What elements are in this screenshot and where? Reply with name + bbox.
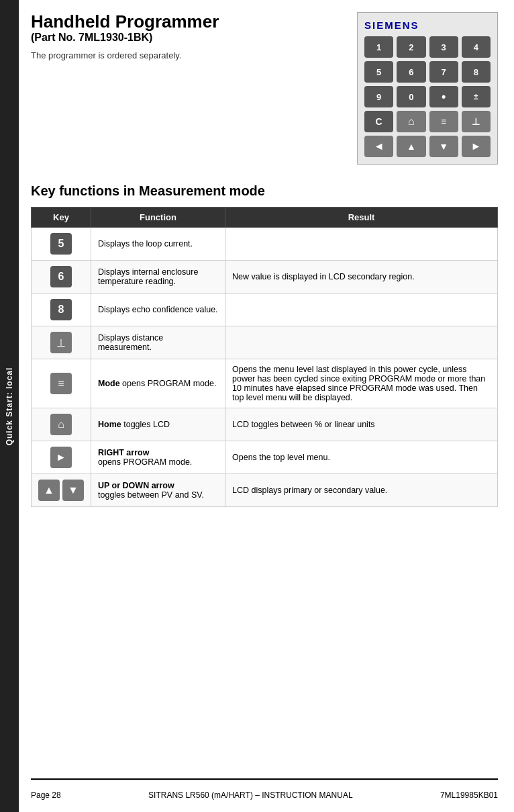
table-row: 8 Displays echo confidence value. xyxy=(32,294,498,326)
footer-right: 7ML19985KB01 xyxy=(440,791,498,800)
result-cell-updown: LCD displays primary or secondary value. xyxy=(225,474,498,507)
part-number: (Part No. 7ML1930-1BK) xyxy=(31,32,344,44)
key-dot[interactable]: • xyxy=(429,86,458,107)
page-title: Handheld Programmer xyxy=(31,12,344,32)
key-icon-down: ▼ xyxy=(62,480,84,501)
func-bold-home: Home xyxy=(98,420,121,429)
func-text-sensor: Displays distance measurement. xyxy=(98,333,163,352)
result-text-mode: Opens the menu level last displayed in t… xyxy=(232,365,485,402)
functions-table: Key Function Result 5 Displays the loop … xyxy=(31,207,498,507)
func-cell-right: RIGHT arrow opens PROGRAM mode. xyxy=(91,441,225,474)
result-cell-6: New value is displayed in LCD secondary … xyxy=(225,261,498,294)
result-cell-5 xyxy=(225,228,498,261)
result-cell-8 xyxy=(225,294,498,326)
func-cell-updown: UP or DOWN arrow toggles between PV and … xyxy=(91,474,225,507)
result-cell-mode: Opens the menu level last displayed in t… xyxy=(225,359,498,408)
key-cell-updown: ▲ ▼ xyxy=(32,474,91,507)
func-rest-home: toggles LCD xyxy=(121,420,170,429)
key-sensor[interactable]: ⊥ xyxy=(462,111,491,132)
table-row: ▲ ▼ UP or DOWN arrow toggles between PV … xyxy=(32,474,498,507)
func-cell-home: Home toggles LCD xyxy=(91,408,225,441)
key-cell-8: 8 xyxy=(32,294,91,326)
key-icon-home: ⌂ xyxy=(50,414,72,435)
key-c[interactable]: C xyxy=(364,111,393,132)
key-cell-5: 5 xyxy=(32,228,91,261)
side-tab-label: Quick Start: local xyxy=(5,367,14,445)
result-cell-sensor xyxy=(225,326,498,359)
func-rest-mode: opens PROGRAM mode. xyxy=(120,379,217,388)
key-plusminus[interactable]: ± xyxy=(462,86,491,107)
key-number-5: 5 xyxy=(50,233,72,255)
key-cell-6: 6 xyxy=(32,261,91,294)
col-header-function: Function xyxy=(91,208,225,228)
key-icon-mode: ≡ xyxy=(50,373,72,394)
result-text-updown: LCD displays primary or secondary value. xyxy=(232,486,387,495)
table-row: 6 Displays internal enclosure temperatur… xyxy=(32,261,498,294)
func-text-5: Displays the loop current. xyxy=(98,239,193,249)
key-cell-mode: ≡ xyxy=(32,359,91,408)
footer-left: Page 28 xyxy=(31,791,61,800)
key-icon-up: ▲ xyxy=(38,480,60,501)
col-header-result: Result xyxy=(225,208,498,228)
table-row: ⊥ Displays distance measurement. xyxy=(32,326,498,359)
key-4[interactable]: 4 xyxy=(462,36,491,58)
func-bold-mode: Mode xyxy=(98,379,120,388)
keypad-grid: 1 2 3 4 5 6 7 8 9 0 • ± C ⌂ xyxy=(364,36,491,157)
key-8[interactable]: 8 xyxy=(462,61,491,83)
section-title: Key functions in Measurement mode xyxy=(31,183,498,199)
result-text-home: LCD toggles between % or linear units xyxy=(232,420,375,429)
key-number-6: 6 xyxy=(50,266,72,287)
func-bold-right: RIGHT arrow xyxy=(98,448,149,457)
key-icon-pair-updown: ▲ ▼ xyxy=(38,480,84,501)
table-row: 5 Displays the loop current. xyxy=(32,228,498,261)
table-row: ⌂ Home toggles LCD LCD toggles between %… xyxy=(32,408,498,441)
key-arrow-down[interactable]: ▼ xyxy=(429,136,458,157)
col-header-key: Key xyxy=(32,208,91,228)
footer-center: SITRANS LR560 (mA/HART) – INSTRUCTION MA… xyxy=(61,791,440,800)
key-arrow-right[interactable]: ► xyxy=(462,136,491,157)
key-icon-sensor: ⊥ xyxy=(50,332,72,353)
key-6[interactable]: 6 xyxy=(397,61,425,83)
key-1[interactable]: 1 xyxy=(364,36,393,58)
key-7[interactable]: 7 xyxy=(429,61,458,83)
table-row: ► RIGHT arrow opens PROGRAM mode. Opens … xyxy=(32,441,498,474)
key-icon-right-arrow: ► xyxy=(50,447,72,468)
func-cell-sensor: Displays distance measurement. xyxy=(91,326,225,359)
func-bold-updown: UP or DOWN arrow xyxy=(98,481,174,490)
func-rest-right: opens PROGRAM mode. xyxy=(98,457,192,467)
func-cell-8: Displays echo confidence value. xyxy=(91,294,225,326)
func-cell-5: Displays the loop current. xyxy=(91,228,225,261)
func-rest-updown: toggles between PV and SV. xyxy=(98,490,204,500)
side-tab: Quick Start: local xyxy=(0,0,19,812)
header-description: The programmer is ordered separately. xyxy=(31,50,344,60)
main-content: Handheld Programmer (Part No. 7ML1930-1B… xyxy=(19,0,514,812)
key-arrow-left[interactable]: ◄ xyxy=(364,136,393,157)
key-cell-sensor: ⊥ xyxy=(32,326,91,359)
key-number-8: 8 xyxy=(50,299,72,320)
func-text-8: Displays echo confidence value. xyxy=(98,305,218,314)
siemens-logo: SIEMENS xyxy=(364,19,491,31)
result-text-right: Opens the top level menu. xyxy=(232,453,330,462)
func-cell-mode: Mode opens PROGRAM mode. xyxy=(91,359,225,408)
result-cell-home: LCD toggles between % or linear units xyxy=(225,408,498,441)
key-menu[interactable]: ≡ xyxy=(429,111,458,132)
key-5[interactable]: 5 xyxy=(364,61,393,83)
header-text: Handheld Programmer (Part No. 7ML1930-1B… xyxy=(31,12,344,60)
header-section: Handheld Programmer (Part No. 7ML1930-1B… xyxy=(31,12,498,165)
func-text-6: Displays internal enclosure temperature … xyxy=(98,267,198,286)
key-arrow-up[interactable]: ▲ xyxy=(397,136,425,157)
result-text-6: New value is displayed in LCD secondary … xyxy=(232,272,415,281)
key-cell-right: ► xyxy=(32,441,91,474)
table-row: ≡ Mode opens PROGRAM mode. Opens the men… xyxy=(32,359,498,408)
key-cell-home: ⌂ xyxy=(32,408,91,441)
footer: Page 28 SITRANS LR560 (mA/HART) – INSTRU… xyxy=(31,778,498,800)
func-cell-6: Displays internal enclosure temperature … xyxy=(91,261,225,294)
result-cell-right: Opens the top level menu. xyxy=(225,441,498,474)
key-0[interactable]: 0 xyxy=(397,86,425,107)
key-home[interactable]: ⌂ xyxy=(397,111,425,132)
keypad-image: SIEMENS 1 2 3 4 5 6 7 8 9 0 • ± xyxy=(357,12,498,165)
key-3[interactable]: 3 xyxy=(429,36,458,58)
key-2[interactable]: 2 xyxy=(397,36,425,58)
key-9[interactable]: 9 xyxy=(364,86,393,107)
